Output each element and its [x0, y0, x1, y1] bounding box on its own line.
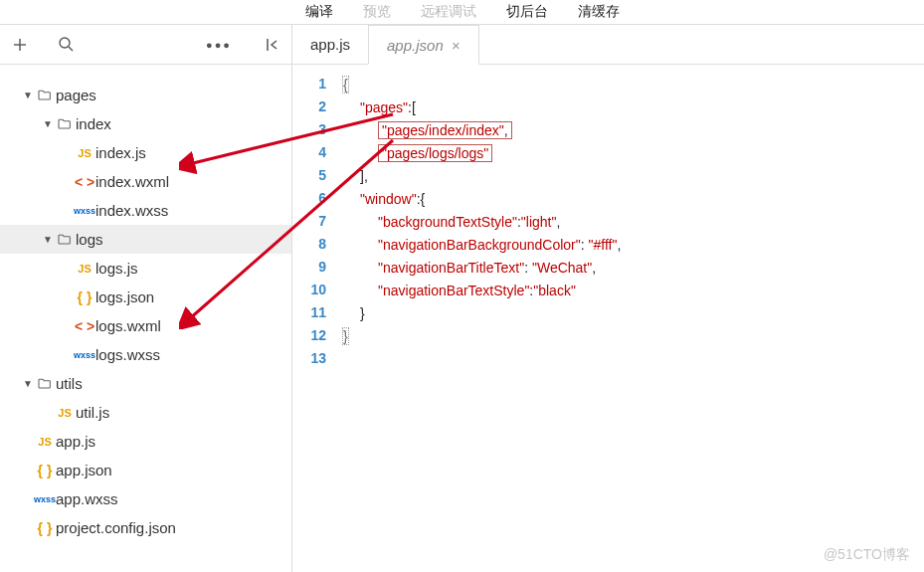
- file-index-wxml[interactable]: < >index.wxml: [0, 167, 291, 196]
- code-line: "navigationBarTextStyle":"black": [342, 279, 621, 301]
- sidebar: ●●● ▼pages ▼index JSindex.js < >index.wx…: [0, 24, 292, 572]
- top-menu: 编译 预览 远程调试 切后台 清缓存: [0, 0, 924, 24]
- file-label: logs.json: [95, 288, 154, 305]
- wxss-icon: wxss: [74, 206, 95, 216]
- folder-icon: [54, 232, 76, 248]
- folder-icon: [34, 376, 56, 392]
- svg-point-2: [60, 38, 70, 48]
- code-line: "window":{: [342, 187, 621, 210]
- file-tree: ▼pages ▼index JSindex.js < >index.wxml w…: [0, 65, 291, 542]
- wxml-icon: < >: [74, 318, 95, 334]
- file-project-config[interactable]: { }project.config.json: [0, 513, 291, 542]
- menu-remote[interactable]: 远程调试: [421, 3, 476, 21]
- file-logs-js[interactable]: JSlogs.js: [0, 254, 291, 283]
- code-line: "navigationBarBackgroundColor": "#fff",: [342, 233, 621, 256]
- more-icon[interactable]: ●●●: [206, 39, 232, 51]
- code-line: "pages/logs/logs": [342, 141, 621, 164]
- code-line: "navigationBarTitleText": "WeChat",: [342, 256, 621, 279]
- code-line: {: [342, 73, 621, 95]
- menu-clean[interactable]: 清缓存: [578, 3, 620, 21]
- editor-tabs: app.js app.json×: [292, 25, 924, 65]
- file-logs-wxss[interactable]: wxsslogs.wxss: [0, 340, 291, 369]
- folder-utils[interactable]: ▼utils: [0, 369, 291, 398]
- file-label: logs.wxml: [95, 317, 161, 334]
- file-label: app.json: [56, 462, 112, 478]
- code-line: "pages/index/index",: [342, 118, 621, 141]
- file-label: util.js: [76, 404, 109, 421]
- wxml-icon: < >: [74, 174, 95, 190]
- js-icon: JS: [74, 147, 95, 159]
- menu-back[interactable]: 切后台: [506, 3, 548, 21]
- folder-icon: [34, 88, 56, 103]
- js-icon: JS: [54, 407, 76, 419]
- caret-icon: ▼: [22, 378, 34, 389]
- file-app-wxss[interactable]: wxssapp.wxss: [0, 484, 291, 513]
- js-icon: JS: [74, 263, 95, 275]
- json-icon: { }: [34, 520, 56, 536]
- folder-icon: [54, 116, 76, 132]
- code-lines: { "pages":[ "pages/index/index", "pages/…: [342, 65, 621, 572]
- folder-label: logs: [76, 231, 103, 248]
- json-icon: { }: [34, 463, 56, 478]
- collapse-icon[interactable]: [262, 36, 279, 54]
- menu-preview[interactable]: 预览: [363, 3, 391, 21]
- folder-label: pages: [56, 87, 96, 103]
- folder-label: index: [76, 115, 111, 132]
- line-gutter: 12345678910111213: [292, 65, 342, 572]
- code-line: }: [342, 324, 621, 347]
- file-app-json[interactable]: { }app.json: [0, 456, 291, 484]
- folder-index[interactable]: ▼index: [0, 109, 291, 138]
- code-line: [342, 347, 621, 370]
- add-icon[interactable]: [12, 37, 28, 53]
- file-util-js[interactable]: JSutil.js: [0, 398, 291, 427]
- file-label: index.wxss: [95, 202, 168, 219]
- file-logs-wxml[interactable]: < >logs.wxml: [0, 311, 291, 340]
- watermark: @51CTO博客: [824, 546, 910, 564]
- code-line: "backgroundTextStyle":"light",: [342, 210, 621, 233]
- file-label: logs.wxss: [95, 346, 160, 363]
- tab-label: app.json: [387, 37, 444, 54]
- file-label: project.config.json: [56, 519, 176, 536]
- search-icon[interactable]: [58, 36, 75, 53]
- folder-label: utils: [56, 375, 83, 392]
- folder-logs[interactable]: ▼logs: [0, 225, 291, 254]
- tab-app-js[interactable]: app.js: [292, 25, 368, 64]
- code-line: }: [342, 301, 621, 324]
- wxss-icon: wxss: [74, 350, 95, 360]
- file-label: app.js: [56, 433, 95, 450]
- file-app-js[interactable]: JSapp.js: [0, 427, 291, 456]
- menu-compile[interactable]: 编译: [305, 3, 333, 21]
- svg-line-3: [69, 47, 73, 51]
- tab-label: app.js: [310, 36, 350, 53]
- main-area: ●●● ▼pages ▼index JSindex.js < >index.wx…: [0, 24, 924, 572]
- code-line: ],: [342, 164, 621, 187]
- caret-icon: ▼: [42, 118, 54, 129]
- caret-icon: ▼: [42, 234, 54, 245]
- file-label: app.wxss: [56, 490, 118, 507]
- folder-pages[interactable]: ▼pages: [0, 81, 291, 109]
- code-line: "pages":[: [342, 95, 621, 118]
- editor-pane: app.js app.json× 12345678910111213 { "pa…: [292, 24, 924, 572]
- sidebar-toolbar: ●●●: [0, 25, 291, 65]
- tab-app-json[interactable]: app.json×: [368, 25, 478, 65]
- js-icon: JS: [34, 436, 56, 448]
- wxss-icon: wxss: [34, 494, 56, 504]
- file-index-wxss[interactable]: wxssindex.wxss: [0, 196, 291, 225]
- file-label: index.js: [95, 144, 146, 161]
- file-logs-json[interactable]: { }logs.json: [0, 283, 291, 311]
- close-icon[interactable]: ×: [452, 37, 461, 54]
- file-label: logs.js: [95, 260, 138, 277]
- file-index-js[interactable]: JSindex.js: [0, 138, 291, 167]
- code-area[interactable]: 12345678910111213 { "pages":[ "pages/ind…: [292, 65, 924, 572]
- caret-icon: ▼: [22, 90, 34, 100]
- json-icon: { }: [74, 289, 95, 305]
- file-label: index.wxml: [95, 173, 169, 190]
